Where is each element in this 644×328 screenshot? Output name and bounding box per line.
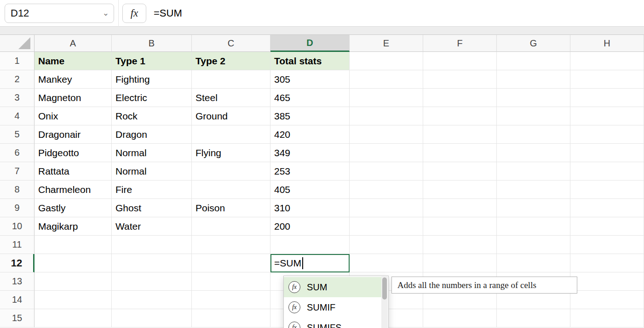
cell-F6[interactable] [423, 144, 497, 162]
cell-F2[interactable] [423, 70, 497, 89]
cell-A8[interactable]: Charmeleon [34, 181, 112, 199]
cell-F8[interactable] [423, 181, 497, 199]
cell-F3[interactable] [423, 89, 497, 107]
formula-input[interactable]: =SUM [146, 0, 644, 27]
cell-D2[interactable]: 305 [270, 70, 350, 89]
cell-A1[interactable]: Name [34, 52, 112, 70]
cell-C3[interactable]: Steel [192, 89, 270, 107]
scrollbar-thumb[interactable] [382, 277, 387, 300]
cell-E4[interactable] [350, 107, 423, 125]
cell-E11[interactable] [350, 236, 423, 254]
cell-H4[interactable] [570, 107, 644, 125]
autocomplete-item-sum[interactable]: fx SUM [284, 277, 381, 297]
cell-B7[interactable]: Normal [112, 162, 192, 181]
cell-G3[interactable] [497, 89, 570, 107]
cell-D6[interactable]: 349 [270, 144, 350, 162]
cell-A9[interactable]: Gastly [34, 199, 112, 217]
cell-F15[interactable] [423, 309, 497, 328]
cell-E1[interactable] [350, 52, 423, 70]
cell-B14[interactable] [112, 291, 192, 309]
cell-C5[interactable] [192, 125, 270, 144]
cell-B11[interactable] [112, 236, 192, 254]
cell-A3[interactable]: Magneton [34, 89, 112, 107]
cell-A11[interactable] [34, 236, 112, 254]
cell-H12[interactable] [570, 254, 644, 272]
cell-B10[interactable]: Water [112, 217, 192, 236]
cell-F11[interactable] [423, 236, 497, 254]
cell-G15[interactable] [497, 309, 570, 328]
cell-H15[interactable] [570, 309, 644, 328]
row-header-9[interactable]: 9 [0, 199, 34, 217]
cell-G10[interactable] [497, 217, 570, 236]
cell-E2[interactable] [350, 70, 423, 89]
cell-G4[interactable] [497, 107, 570, 125]
cell-D7[interactable]: 253 [270, 162, 350, 181]
cell-G8[interactable] [497, 181, 570, 199]
row-header-8[interactable]: 8 [0, 181, 34, 199]
cell-H3[interactable] [570, 89, 644, 107]
cell-A6[interactable]: Pidgeotto [34, 144, 112, 162]
cell-C2[interactable] [192, 70, 270, 89]
cell-C10[interactable] [192, 217, 270, 236]
cell-A2[interactable]: Mankey [34, 70, 112, 89]
cell-G14[interactable] [497, 291, 570, 309]
cell-F1[interactable] [423, 52, 497, 70]
cell-C12[interactable] [192, 254, 270, 272]
column-header-h[interactable]: H [570, 35, 644, 52]
chevron-down-icon[interactable]: ⌄ [103, 9, 109, 17]
cell-D11[interactable] [270, 236, 350, 254]
cell-A13[interactable] [34, 272, 112, 291]
row-header-11[interactable]: 11 [0, 236, 34, 254]
cell-G2[interactable] [497, 70, 570, 89]
cell-C4[interactable]: Ground [192, 107, 270, 125]
cell-C13[interactable] [192, 272, 270, 291]
cell-B13[interactable] [112, 272, 192, 291]
cell-C11[interactable] [192, 236, 270, 254]
cell-H8[interactable] [570, 181, 644, 199]
cell-B9[interactable]: Ghost [112, 199, 192, 217]
cell-A12[interactable] [34, 254, 112, 272]
row-header-13[interactable]: 13 [0, 272, 34, 291]
cell-A10[interactable]: Magikarp [34, 217, 112, 236]
cell-F12[interactable] [423, 254, 497, 272]
cell-B2[interactable]: Fighting [112, 70, 192, 89]
row-header-1[interactable]: 1 [0, 52, 34, 70]
cell-E8[interactable] [350, 181, 423, 199]
row-header-15[interactable]: 15 [0, 309, 34, 328]
dropdown-scrollbar[interactable] [381, 277, 388, 328]
column-header-d[interactable]: D [270, 35, 350, 52]
cell-C1[interactable]: Type 2 [192, 52, 270, 70]
row-header-12[interactable]: 12 [0, 254, 34, 272]
insert-function-button[interactable]: fx [122, 4, 146, 23]
cell-F7[interactable] [423, 162, 497, 181]
cell-D5[interactable]: 420 [270, 125, 350, 144]
cell-H14[interactable] [570, 291, 644, 309]
cell-E6[interactable] [350, 144, 423, 162]
cell-G5[interactable] [497, 125, 570, 144]
cell-D12[interactable]: =SUM [270, 254, 350, 272]
cell-B6[interactable]: Normal [112, 144, 192, 162]
cell-C8[interactable] [192, 181, 270, 199]
cell-H13[interactable] [570, 272, 644, 291]
cell-A14[interactable] [34, 291, 112, 309]
cell-G12[interactable] [497, 254, 570, 272]
column-header-g[interactable]: G [497, 35, 570, 52]
cell-B4[interactable]: Rock [112, 107, 192, 125]
cell-E10[interactable] [350, 217, 423, 236]
row-header-14[interactable]: 14 [0, 291, 34, 309]
cell-E7[interactable] [350, 162, 423, 181]
cell-G9[interactable] [497, 199, 570, 217]
row-header-5[interactable]: 5 [0, 125, 34, 144]
cell-C14[interactable] [192, 291, 270, 309]
column-header-a[interactable]: A [34, 35, 112, 52]
cell-F4[interactable] [423, 107, 497, 125]
cell-G7[interactable] [497, 162, 570, 181]
cell-E12[interactable] [350, 254, 423, 272]
cell-F10[interactable] [423, 217, 497, 236]
cell-B8[interactable]: Fire [112, 181, 192, 199]
cell-C15[interactable] [192, 309, 270, 328]
cell-B5[interactable]: Dragon [112, 125, 192, 144]
cell-C9[interactable]: Poison [192, 199, 270, 217]
name-box[interactable]: D12 ⌄ [5, 4, 114, 23]
cell-A7[interactable]: Rattata [34, 162, 112, 181]
